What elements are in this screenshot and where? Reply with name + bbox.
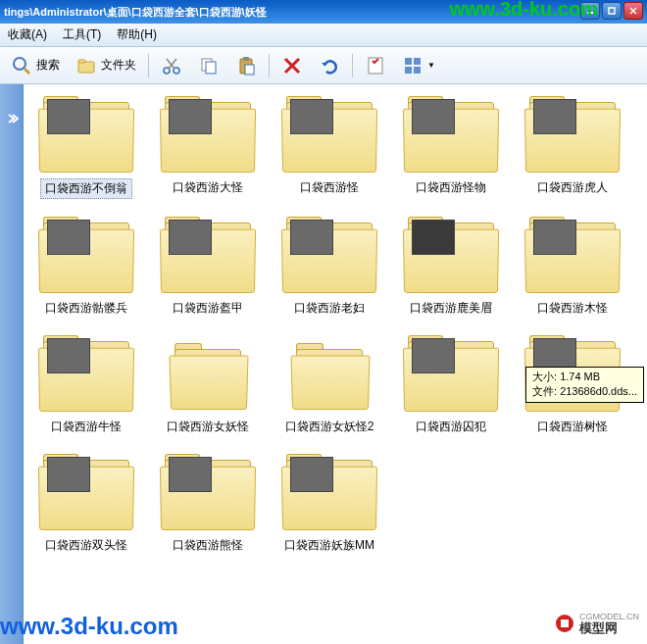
folder-item[interactable]: 口袋西游熊怪 [149, 454, 267, 555]
folder-icon [39, 454, 133, 532]
paste-icon [235, 55, 257, 76]
folder-icon [39, 335, 133, 414]
close-button[interactable] [623, 2, 643, 20]
folder-label: 口袋西游鹿美眉 [406, 299, 496, 318]
folder-icon [282, 217, 376, 295]
folder-label: 口袋西游怪物 [412, 178, 490, 197]
folder-item[interactable]: 口袋西游大怪 [149, 96, 267, 199]
menu-tools[interactable]: 工具(T) [63, 26, 101, 43]
folder-icon [161, 96, 255, 174]
folder-item[interactable]: 口袋西游女妖怪 [149, 335, 267, 436]
folder-icon [404, 217, 498, 295]
folder-item[interactable]: 口袋西游老妇 [271, 217, 388, 318]
folder-item[interactable]: 口袋西游怪 [271, 96, 388, 199]
folder-icon [161, 335, 255, 414]
folder-label: 口袋西游木怪 [533, 299, 612, 318]
svg-rect-25 [561, 619, 569, 627]
folders-icon [75, 55, 97, 76]
cgmodel-logo-icon [554, 613, 575, 634]
properties-button[interactable] [358, 51, 393, 80]
toolbar-separator [148, 54, 149, 77]
svg-rect-1 [609, 8, 615, 14]
svg-rect-23 [414, 67, 421, 74]
folder-label: 口袋西游女妖怪 [163, 418, 253, 436]
folders-label: 文件夹 [101, 57, 136, 74]
sidebar-expand-button[interactable] [4, 104, 20, 133]
main-area: 口袋西游不倒翁口袋西游大怪口袋西游怪口袋西游怪物口袋西游虎人口袋西游骷髅兵口袋西… [0, 84, 647, 644]
folder-icon [161, 454, 255, 532]
svg-line-5 [25, 69, 29, 74]
svg-rect-6 [78, 62, 94, 73]
folder-icon [282, 454, 376, 532]
folder-icon [525, 96, 620, 174]
folder-item[interactable]: 口袋西游囚犯 [392, 335, 510, 436]
svg-rect-19 [369, 58, 382, 74]
toolbar: 搜索 文件夹 ▼ [0, 47, 647, 84]
cut-button[interactable] [154, 51, 189, 80]
folder-label: 口袋西游大怪 [169, 178, 247, 197]
menu-help[interactable]: 帮助(H) [117, 26, 157, 43]
svg-rect-21 [414, 58, 421, 65]
folder-item[interactable]: 口袋西游双头怪 [27, 454, 145, 555]
svg-rect-13 [206, 62, 216, 74]
toolbar-separator [269, 54, 270, 77]
tooltip-size-value: 1.74 MB [560, 371, 600, 382]
maximize-button[interactable] [602, 2, 622, 20]
folder-icon [404, 96, 498, 174]
folder-item[interactable]: 口袋西游怪物 [392, 96, 510, 199]
folder-item[interactable]: 口袋西游妖族MM [271, 454, 388, 555]
folder-label: 口袋西游女妖怪2 [281, 418, 378, 436]
folder-item[interactable]: 口袋西游木怪 [514, 217, 631, 318]
folder-icon [39, 96, 133, 174]
folders-button[interactable]: 文件夹 [69, 51, 143, 80]
delete-button[interactable] [274, 51, 310, 80]
folder-content[interactable]: 口袋西游不倒翁口袋西游大怪口袋西游怪口袋西游怪物口袋西游虎人口袋西游骷髅兵口袋西… [24, 84, 647, 644]
folder-label: 口袋西游骷髅兵 [41, 299, 131, 318]
folder-label: 口袋西游虎人 [533, 178, 612, 197]
tooltip-file-value: 213686d0.dds... [560, 385, 637, 397]
copy-button[interactable] [191, 51, 226, 80]
watermark-bottom: www.3d-ku.com [0, 613, 178, 640]
menubar: 收藏(A) 工具(T) 帮助(H) [0, 24, 647, 47]
undo-icon [319, 55, 340, 76]
svg-rect-20 [405, 58, 412, 65]
folder-label: 口袋西游妖族MM [280, 536, 378, 555]
folder-label: 口袋西游树怪 [533, 418, 612, 436]
cgmodel-cn: 模型网 [579, 621, 639, 634]
folder-label: 口袋西游熊怪 [169, 536, 247, 555]
folder-item[interactable]: 口袋西游鹿美眉 [392, 217, 510, 318]
paste-button[interactable] [228, 51, 264, 80]
folder-item[interactable]: 口袋西游女妖怪2 [271, 335, 388, 436]
sidebar-panel [0, 84, 24, 644]
folder-tooltip: 大小: 1.74 MB 文件: 213686d0.dds... [525, 367, 644, 403]
folder-label: 口袋西游盔甲 [169, 299, 247, 318]
properties-icon [365, 55, 386, 76]
svg-rect-7 [78, 60, 85, 63]
views-button[interactable]: ▼ [395, 51, 442, 80]
search-button[interactable]: 搜索 [4, 51, 67, 80]
folder-item[interactable]: 口袋西游牛怪 [27, 335, 145, 436]
folder-icon [282, 96, 376, 174]
folder-grid: 口袋西游不倒翁口袋西游大怪口袋西游怪口袋西游怪物口袋西游虎人口袋西游骷髅兵口袋西… [27, 96, 643, 555]
watermark-cgmodel: CGMODEL.CN 模型网 [554, 613, 639, 634]
svg-rect-16 [245, 65, 254, 74]
views-icon [402, 55, 423, 76]
search-icon [11, 55, 32, 76]
delete-icon [281, 55, 303, 76]
undo-button[interactable] [312, 51, 347, 80]
folder-item[interactable]: 口袋西游不倒翁 [27, 96, 145, 199]
folder-icon [282, 335, 376, 414]
folder-item[interactable]: 口袋西游虎人 [514, 96, 631, 199]
folder-icon [404, 335, 498, 414]
folder-item[interactable]: 口袋西游盔甲 [149, 217, 267, 318]
search-label: 搜索 [36, 57, 60, 74]
svg-rect-22 [405, 67, 412, 74]
tooltip-file-label: 文件: [532, 385, 557, 397]
folder-label: 口袋西游双头怪 [41, 536, 131, 555]
watermark-top: www.3d-ku.com [449, 0, 598, 21]
tooltip-size-label: 大小: [532, 371, 557, 382]
folder-label: 口袋西游老妇 [290, 299, 369, 318]
folder-item[interactable]: 口袋西游骷髅兵 [27, 217, 145, 318]
menu-favorites[interactable]: 收藏(A) [8, 26, 47, 43]
folder-label: 口袋西游牛怪 [47, 418, 125, 436]
